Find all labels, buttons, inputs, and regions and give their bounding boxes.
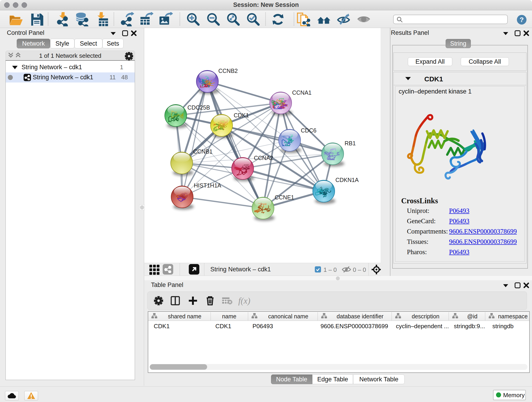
svg-text:CDC25B: CDC25B (187, 104, 210, 111)
svg-text:CCNB1: CCNB1 (193, 148, 213, 155)
svg-text:HIST1H1A: HIST1H1A (194, 182, 221, 189)
svg-text:CCNE1: CCNE1 (275, 194, 294, 201)
svg-text:CDC6: CDC6 (301, 127, 317, 134)
svg-text:RB1: RB1 (345, 140, 356, 147)
svg-text:CDK1: CDK1 (234, 112, 249, 119)
svg-text:CCNB2: CCNB2 (218, 68, 238, 74)
svg-text:CDKN1A: CDKN1A (336, 177, 359, 183)
svg-text:CCNA1: CCNA1 (292, 89, 312, 96)
svg-text:CCNA2: CCNA2 (254, 155, 273, 161)
